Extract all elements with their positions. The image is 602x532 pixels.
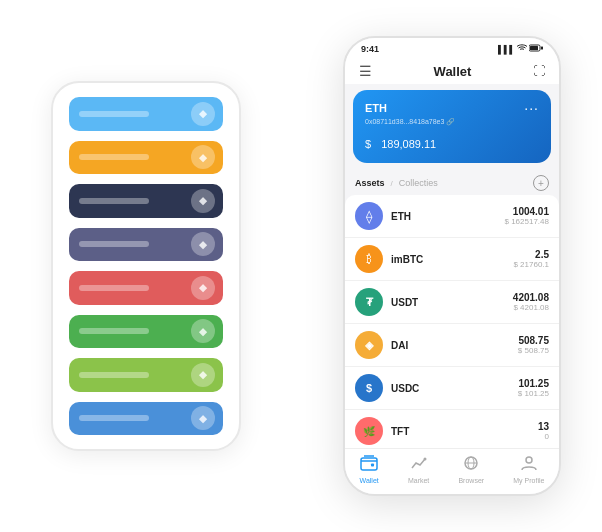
card-icon-7: ◆ [191, 363, 215, 387]
eth-balance: $ 189,089.11 [365, 132, 539, 153]
card-icon-8: ◆ [191, 406, 215, 430]
eth-usd: $ 162517.48 [505, 217, 550, 226]
card-icon-4: ◆ [191, 232, 215, 256]
market-nav-label: Market [408, 477, 429, 484]
eth-card-header: ETH ··· [365, 100, 539, 116]
dai-usd: $ 508.75 [518, 346, 549, 355]
profile-nav-icon [520, 455, 538, 475]
expand-icon[interactable]: ⛶ [533, 64, 545, 78]
bottom-nav: Wallet Market Browser My Profile [345, 448, 559, 494]
nav-wallet[interactable]: Wallet [360, 455, 379, 484]
card-item-5: ◆ [69, 271, 223, 305]
add-asset-button[interactable]: + [533, 175, 549, 191]
tft-amount: 13 [538, 421, 549, 432]
card-icon-1: ◆ [191, 102, 215, 126]
signal-icon: ▌▌▌ [498, 45, 515, 54]
phone-content: ETH ··· 0x08711d38...8418a78e3 🔗 $ 189,0… [345, 84, 559, 448]
nav-browser[interactable]: Browser [458, 455, 484, 484]
tft-symbol: TFT [391, 426, 538, 437]
assets-tabs: Assets / Collecties [355, 178, 438, 188]
balance-symbol: $ [365, 138, 371, 150]
card-item-8: ◆ [69, 402, 223, 436]
asset-item-eth[interactable]: ⟠ ETH 1004.01 $ 162517.48 [345, 195, 559, 238]
imbtc-usd: $ 21760.1 [513, 260, 549, 269]
nav-bar: ☰ Wallet ⛶ [345, 58, 559, 84]
eth-dots[interactable]: ··· [524, 100, 539, 116]
assets-header: Assets / Collecties + [345, 169, 559, 195]
status-bar: 9:41 ▌▌▌ [345, 38, 559, 58]
asset-item-dai[interactable]: ◈ DAI 508.75 $ 508.75 [345, 324, 559, 367]
dai-amounts: 508.75 $ 508.75 [518, 335, 549, 355]
wallet-nav-icon [360, 455, 378, 475]
card-icon-3: ◆ [191, 189, 215, 213]
card-icon-5: ◆ [191, 276, 215, 300]
svg-rect-3 [361, 458, 377, 470]
svg-rect-4 [371, 464, 374, 467]
asset-item-usdt[interactable]: ₮ USDT 4201.08 $ 4201.08 [345, 281, 559, 324]
eth-address: 0x08711d38...8418a78e3 🔗 [365, 118, 539, 126]
svg-rect-1 [530, 46, 538, 50]
profile-nav-label: My Profile [513, 477, 544, 484]
browser-nav-label: Browser [458, 477, 484, 484]
eth-card[interactable]: ETH ··· 0x08711d38...8418a78e3 🔗 $ 189,0… [353, 90, 551, 163]
eth-label: ETH [365, 102, 387, 114]
eth-icon: ⟠ [355, 202, 383, 230]
usdt-amounts: 4201.08 $ 4201.08 [513, 292, 549, 312]
card-item-4: ◆ [69, 228, 223, 262]
browser-nav-icon [462, 455, 480, 475]
svg-rect-2 [541, 47, 543, 50]
eth-amounts: 1004.01 $ 162517.48 [505, 206, 550, 226]
usdc-usd: $ 101.25 [518, 389, 549, 398]
tab-assets[interactable]: Assets [355, 178, 385, 188]
svg-point-5 [423, 458, 426, 461]
nav-profile[interactable]: My Profile [513, 455, 544, 484]
nav-market[interactable]: Market [408, 455, 429, 484]
market-nav-icon [410, 455, 428, 475]
imbtc-amounts: 2.5 $ 21760.1 [513, 249, 549, 269]
eth-amount: 1004.01 [505, 206, 550, 217]
scene: ◆ ◆ ◆ ◆ ◆ ◆ ◆ ◆ [21, 16, 581, 516]
balance-amount: 189,089.11 [381, 138, 436, 150]
usdt-symbol: USDT [391, 297, 513, 308]
dai-symbol: DAI [391, 340, 518, 351]
usdc-amount: 101.25 [518, 378, 549, 389]
menu-icon[interactable]: ☰ [359, 63, 372, 79]
foreground-phone: 9:41 ▌▌▌ ☰ Wallet ⛶ ETH ·· [343, 36, 561, 496]
svg-point-9 [526, 457, 532, 463]
card-item-3: ◆ [69, 184, 223, 218]
usdc-symbol: USDC [391, 383, 518, 394]
tab-separator: / [391, 179, 393, 188]
card-item-1: ◆ [69, 97, 223, 131]
asset-item-tft[interactable]: 🌿 TFT 13 0 [345, 410, 559, 448]
status-icons: ▌▌▌ [498, 44, 543, 54]
card-icon-6: ◆ [191, 319, 215, 343]
tft-usd: 0 [538, 432, 549, 441]
asset-item-usdc[interactable]: $ USDC 101.25 $ 101.25 [345, 367, 559, 410]
tft-amounts: 13 0 [538, 421, 549, 441]
usdc-amounts: 101.25 $ 101.25 [518, 378, 549, 398]
tft-icon: 🌿 [355, 417, 383, 445]
imbtc-symbol: imBTC [391, 254, 513, 265]
battery-icon [529, 44, 543, 54]
page-title: Wallet [434, 64, 472, 79]
usdt-icon: ₮ [355, 288, 383, 316]
dai-icon: ◈ [355, 331, 383, 359]
imbtc-icon: ₿ [355, 245, 383, 273]
tab-collecties[interactable]: Collecties [399, 178, 438, 188]
usdc-icon: $ [355, 374, 383, 402]
wifi-icon [517, 44, 527, 54]
card-item-7: ◆ [69, 358, 223, 392]
card-item-6: ◆ [69, 315, 223, 349]
eth-symbol: ETH [391, 211, 505, 222]
background-phone: ◆ ◆ ◆ ◆ ◆ ◆ ◆ ◆ [51, 81, 241, 451]
dai-amount: 508.75 [518, 335, 549, 346]
wallet-nav-label: Wallet [360, 477, 379, 484]
asset-list: ⟠ ETH 1004.01 $ 162517.48 ₿ imBTC 2.5 $ … [345, 195, 559, 448]
usdt-usd: $ 4201.08 [513, 303, 549, 312]
imbtc-amount: 2.5 [513, 249, 549, 260]
card-icon-2: ◆ [191, 145, 215, 169]
usdt-amount: 4201.08 [513, 292, 549, 303]
asset-item-imbtc[interactable]: ₿ imBTC 2.5 $ 21760.1 [345, 238, 559, 281]
status-time: 9:41 [361, 44, 379, 54]
card-item-2: ◆ [69, 141, 223, 175]
